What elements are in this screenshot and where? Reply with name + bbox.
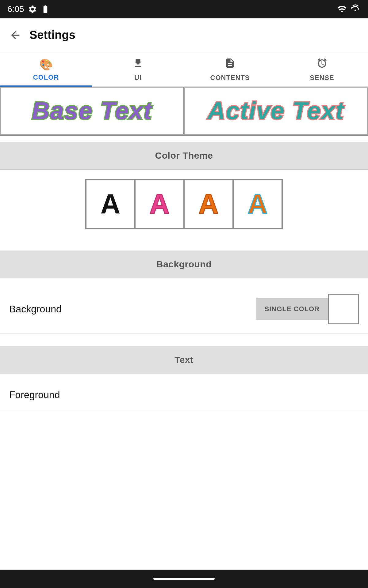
sense-tab-icon <box>316 58 328 71</box>
sense-tab-label: SENSE <box>310 74 334 82</box>
background-row-controls: SINGLE COLOR <box>256 294 359 324</box>
tab-color[interactable]: 🎨 COLOR <box>0 52 92 86</box>
bottom-nav <box>0 570 368 588</box>
text-divider <box>0 374 368 374</box>
home-indicator[interactable] <box>153 578 215 580</box>
color-theme-area: A A A A <box>0 170 368 238</box>
active-text-preview: Active Text <box>208 97 344 125</box>
signal-status-icon <box>350 4 361 14</box>
swatch-a-pink-label: A <box>150 188 170 220</box>
text-section-header: Text <box>0 346 368 374</box>
contents-tab-label: CONTENTS <box>210 74 250 82</box>
status-bar: 6:05 <box>0 0 368 18</box>
tabs-container: 🎨 COLOR UI CONTENTS SENSE <box>0 52 368 87</box>
background-divider <box>0 278 368 278</box>
foreground-row: Foreground <box>0 380 368 410</box>
page-title: Settings <box>29 28 75 42</box>
status-time: 6:05 <box>7 4 24 14</box>
swatch-black[interactable]: A <box>86 179 135 228</box>
base-text-preview: Base Text <box>32 97 152 125</box>
ui-tab-label: UI <box>134 74 142 82</box>
preview-active[interactable]: Active Text <box>184 87 368 135</box>
back-button[interactable] <box>7 27 23 43</box>
wifi-status-icon <box>337 4 347 14</box>
preview-row: Base Text Active Text <box>0 87 368 136</box>
color-tab-icon: 🎨 <box>39 58 53 71</box>
swatch-a-blue-label: A <box>248 188 268 220</box>
swatch-blue[interactable]: A <box>233 179 282 228</box>
swatch-orange[interactable]: A <box>184 179 233 228</box>
color-tab-label: COLOR <box>33 74 59 81</box>
color-theme-section-header: Color Theme <box>0 142 368 169</box>
preview-base[interactable]: Base Text <box>0 87 184 135</box>
status-bar-right <box>337 4 361 14</box>
swatch-a-black-label: A <box>101 188 121 220</box>
theme-swatches: A A A A <box>85 179 283 229</box>
swatch-a-orange-label: A <box>199 188 219 220</box>
contents-tab-icon <box>224 58 236 71</box>
battery-status-icon <box>41 5 50 14</box>
top-app-bar: Settings <box>0 18 368 52</box>
status-bar-left: 6:05 <box>7 4 50 14</box>
settings-status-icon <box>28 5 37 14</box>
background-color-swatch[interactable] <box>328 294 359 324</box>
background-section-header: Background <box>0 251 368 278</box>
background-section: Background SINGLE COLOR <box>0 285 368 334</box>
single-color-button[interactable]: SINGLE COLOR <box>256 298 328 320</box>
swatch-pink[interactable]: A <box>135 179 184 228</box>
tab-sense[interactable]: SENSE <box>276 52 368 86</box>
foreground-row-label: Foreground <box>9 389 60 401</box>
ui-tab-icon <box>132 58 144 71</box>
background-row-label: Background <box>9 303 62 315</box>
tab-contents[interactable]: CONTENTS <box>184 52 276 86</box>
text-section: Foreground <box>0 380 368 410</box>
background-row: Background SINGLE COLOR <box>0 285 368 334</box>
tab-ui[interactable]: UI <box>92 52 184 86</box>
